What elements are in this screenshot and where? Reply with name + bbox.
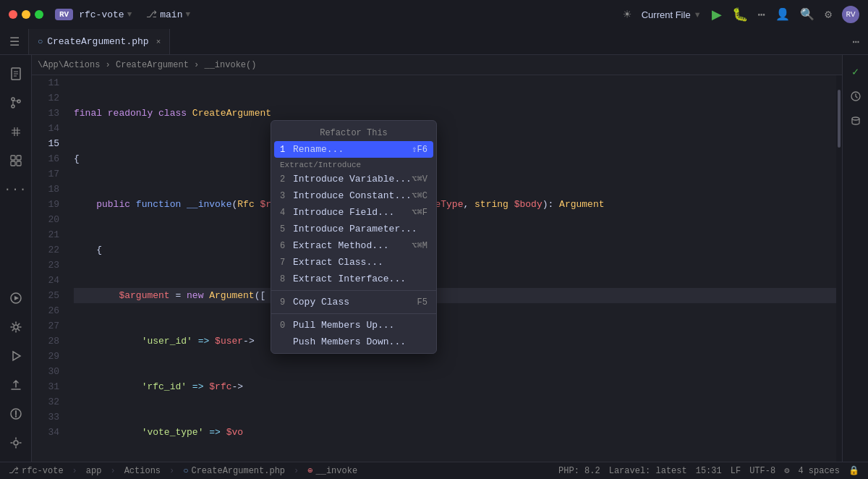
status-actions: Actions	[124, 466, 161, 476]
code-content[interactable]: final readonly class CreateArgument { pu…	[68, 75, 836, 462]
main-layout: ··· \App\Actions › CreateArgument › __in…	[0, 55, 868, 462]
code-line-17: 'rfc_id' => $rfc->	[74, 379, 836, 394]
code-line-14: {	[74, 242, 836, 258]
menu-item-copy-class[interactable]: 9 Copy Class F5	[271, 294, 436, 310]
status-app: app	[86, 466, 102, 476]
svg-point-1	[12, 98, 14, 101]
checkmark-icon[interactable]: ✓	[845, 61, 867, 82]
traffic-lights	[9, 10, 43, 19]
avatar[interactable]: RV	[842, 6, 859, 23]
search-icon[interactable]: 🔍	[800, 7, 814, 22]
spiral-icon[interactable]	[845, 85, 867, 107]
plugins-icon[interactable]	[3, 119, 29, 145]
menu-item-introduce-variable[interactable]: 2 Introduce Variable... ⌥⌘V	[271, 171, 436, 187]
svg-rect-4	[11, 156, 15, 160]
close-button[interactable]	[9, 10, 17, 19]
git-branch-status[interactable]: ⎇ rfc-vote	[9, 465, 64, 476]
user-icon[interactable]: 👤	[775, 7, 790, 22]
menu-item-push-members[interactable]: 0 Push Members Down...	[271, 334, 436, 350]
tab-more-icon: ⋯	[852, 35, 859, 49]
current-file-button[interactable]: Current File ▼	[642, 9, 702, 20]
title-bar: RV rfc-vote ▼ ⎇ main ▼ ☀ Current File ▼ …	[0, 0, 868, 29]
status-file: ○ CreateArgument.php	[183, 466, 285, 476]
svg-point-14	[852, 117, 859, 120]
menu-item-pull-members[interactable]: 0 Pull Members Up...	[271, 317, 436, 334]
gear-icon[interactable]	[3, 314, 29, 340]
maximize-button[interactable]	[35, 10, 43, 19]
status-bar: ⎇ rfc-vote › app › Actions › ○ CreateArg…	[0, 462, 868, 479]
svg-marker-9	[14, 296, 19, 300]
menu-item-extract-class[interactable]: 7 Extract Class...	[271, 254, 436, 271]
run-button[interactable]: ▶	[712, 7, 722, 22]
play-icon[interactable]	[3, 343, 29, 369]
sidebar-icon: ☰	[9, 35, 20, 49]
code-editor[interactable]: 11 12 13 14 15 16 17 18 19 20 21 22 23 2…	[32, 75, 842, 462]
menu-item-extract-interface[interactable]: 8 Extract Interface...	[271, 271, 436, 287]
status-time: 15:31	[696, 466, 722, 476]
tab-close-button[interactable]: ×	[156, 38, 161, 46]
settings-icon[interactable]: ⚙	[825, 7, 832, 22]
svg-point-10	[14, 325, 18, 329]
config-icon[interactable]	[3, 430, 29, 456]
branch-icon: ⎇	[146, 9, 157, 20]
tab-bar: ☰ ○ CreateArgument.php × ⋯	[0, 29, 868, 55]
branch-selector[interactable]: ⎇ main ▼	[146, 9, 190, 20]
menu-separator-1	[271, 290, 436, 291]
editor-area: \App\Actions › CreateArgument › __invoke…	[32, 55, 842, 462]
title-actions: ☀ Current File ▼ ▶ 🐛 ⋯ 👤 🔍 ⚙ RV	[624, 6, 859, 23]
menu-item-introduce-constant[interactable]: 3 Introduce Constant... ⌥⌘C	[271, 187, 436, 204]
menu-item-introduce-field[interactable]: 4 Introduce Field... ⌥⌘F	[271, 204, 436, 221]
menu-separator-2	[271, 313, 436, 314]
warning-icon[interactable]	[3, 401, 29, 427]
debug-icon[interactable]: 🐛	[732, 7, 748, 22]
grid-icon[interactable]	[3, 148, 29, 174]
code-line-12: {	[74, 151, 836, 166]
svg-rect-5	[17, 156, 21, 160]
sun-icon[interactable]: ☀	[624, 7, 631, 22]
branch-chevron: ▼	[185, 10, 190, 19]
lock-icon: 🔒	[848, 465, 859, 476]
right-sidebar: ✓	[842, 55, 868, 462]
upload-icon[interactable]	[3, 372, 29, 398]
run-debug-icon[interactable]	[3, 285, 29, 311]
indent-setting: 4 spaces	[798, 466, 840, 476]
menu-item-extract-method[interactable]: 6 Extract Method... ⌥⌘M	[271, 237, 436, 254]
git-icon[interactable]	[3, 90, 29, 116]
code-line-13: public function __invoke(Rfc $rfc, User …	[74, 197, 836, 212]
code-line-16: 'user_id' => $user->	[74, 334, 836, 349]
section-extract-introduce: Extract/Introduce	[271, 158, 436, 171]
status-sep-1: ›	[72, 466, 77, 476]
encoding: UTF-8	[749, 466, 775, 476]
status-file-icon: ○	[183, 466, 188, 476]
sidebar-toggle[interactable]: ☰	[0, 29, 29, 54]
status-right: PHP: 8.2 Laravel: latest 15:31 LF UTF-8 …	[558, 465, 859, 476]
project-badge: RV	[55, 9, 73, 20]
more-icon[interactable]: ···	[3, 177, 29, 203]
php-file-icon: ○	[38, 37, 43, 47]
menu-item-introduce-parameter[interactable]: 5 Introduce Parameter...	[271, 221, 436, 237]
line-ending: LF	[731, 466, 741, 476]
activity-bar: ···	[0, 55, 32, 462]
project-name[interactable]: rfc-vote ▼	[79, 9, 132, 20]
git-branch-icon: ⎇	[9, 465, 19, 476]
code-line-18: 'vote_type' => $vo	[74, 425, 836, 440]
breadcrumb-bar: \App\Actions › CreateArgument › __invoke…	[32, 55, 842, 75]
laravel-version: Laravel: latest	[609, 466, 687, 476]
status-method-icon: ⊕	[307, 465, 312, 476]
files-icon[interactable]	[3, 61, 29, 87]
minimize-button[interactable]	[22, 10, 30, 19]
scrollbar-track[interactable]	[836, 75, 842, 462]
code-line-11: final readonly class CreateArgument	[74, 106, 836, 121]
status-sep-4: ›	[294, 466, 299, 476]
database-icon[interactable]	[845, 110, 867, 132]
svg-point-13	[14, 441, 18, 445]
more-options-icon[interactable]: ⋯	[758, 7, 766, 22]
code-line-15: $argument = new Argument([	[74, 288, 836, 303]
file-tab[interactable]: ○ CreateArgument.php ×	[29, 29, 170, 54]
svg-rect-6	[11, 161, 15, 166]
menu-item-rename[interactable]: 1 Rename... ⇧F6	[274, 141, 433, 158]
context-menu-title: Refactor This	[271, 124, 436, 141]
tab-actions[interactable]: ⋯	[852, 29, 868, 54]
tab-filename: CreateArgument.php	[47, 36, 148, 47]
line-numbers: 11 12 13 14 15 16 17 18 19 20 21 22 23 2…	[32, 75, 68, 462]
